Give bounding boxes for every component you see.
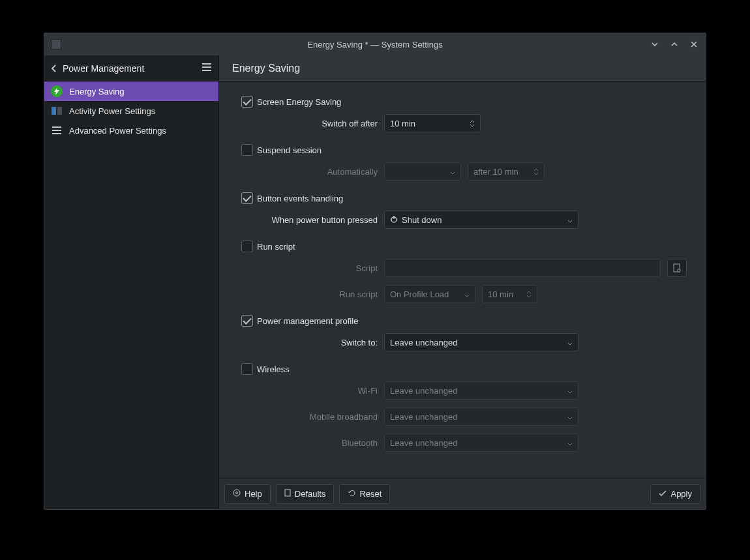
power-button-action-combo[interactable]: Shut down [384, 211, 578, 229]
sidebar-item-label: Activity Power Settings [69, 106, 155, 116]
svg-point-14 [678, 269, 680, 272]
minimize-button[interactable] [650, 39, 660, 50]
suspend-session-label: Suspend session [257, 145, 322, 155]
run-script-label: Run script [257, 242, 295, 252]
window-title: Energy Saving * — System Settings [44, 40, 706, 50]
suspend-after-spinner: after 10 min [468, 162, 545, 181]
sidebar-item-energy-saving[interactable]: Energy Saving [44, 81, 218, 101]
run-script-trigger-label: Run script [237, 289, 384, 299]
wireless-checkbox[interactable] [241, 363, 253, 375]
svg-point-15 [233, 490, 240, 496]
undo-icon [348, 489, 355, 499]
svg-marker-5 [54, 87, 59, 95]
titlebar: Energy Saving * — System Settings [44, 33, 706, 55]
sidebar-item-activity-power[interactable]: Activity Power Settings [44, 101, 218, 121]
chevron-down-icon [567, 386, 573, 396]
back-button[interactable] [51, 64, 57, 73]
sidebar-item-label: Advanced Power Settings [69, 126, 166, 136]
wifi-label: Wi-Fi [237, 386, 384, 396]
chevron-down-icon [567, 338, 573, 347]
settings-window: Energy Saving * — System Settings Power … [44, 33, 706, 510]
apply-button[interactable]: Apply [650, 484, 700, 504]
chevron-down-icon [450, 167, 455, 177]
spinner-arrows-icon [470, 120, 475, 127]
advanced-icon [51, 125, 63, 136]
sidebar-header: Power Management [44, 55, 218, 81]
script-path-input [384, 259, 661, 277]
power-icon [390, 215, 398, 225]
help-button[interactable]: Help [224, 484, 271, 504]
activity-icon [51, 105, 63, 117]
chevron-down-icon [567, 412, 573, 422]
sidebar-item-advanced-power[interactable]: Advanced Power Settings [44, 121, 218, 140]
panel-content: Screen Energy Saving Switch off after 10… [219, 81, 706, 478]
chevron-down-icon [567, 215, 573, 225]
switch-to-combo[interactable]: Leave unchanged [384, 333, 578, 351]
wireless-label: Wireless [257, 364, 290, 374]
page-title: Energy Saving [232, 63, 300, 74]
check-icon [659, 489, 667, 499]
browse-script-button [667, 259, 687, 277]
hamburger-menu-button[interactable] [202, 63, 212, 74]
help-icon [233, 489, 241, 499]
svg-rect-6 [52, 107, 56, 115]
maximize-button[interactable] [669, 39, 680, 50]
pm-profile-label: Power management profile [257, 316, 358, 326]
panel-header: Energy Saving [219, 55, 706, 81]
chevron-down-icon [464, 289, 470, 299]
main-panel: Energy Saving Screen Energy Saving Switc… [219, 55, 706, 509]
suspend-session-checkbox[interactable] [241, 144, 253, 156]
footer: Help Defaults Reset Apply [219, 478, 706, 509]
spinner-arrows-icon [526, 291, 532, 298]
bluetooth-combo: Leave unchanged [384, 434, 578, 452]
screen-energy-checkbox[interactable] [241, 96, 253, 108]
defaults-button[interactable]: Defaults [276, 484, 335, 504]
sidebar: Power Management Energy Saving Activity … [44, 55, 219, 509]
document-icon [284, 489, 291, 499]
when-power-button-label: When power button pressed [237, 215, 384, 225]
chevron-down-icon [567, 438, 573, 448]
suspend-action-combo [384, 162, 461, 181]
reset-button[interactable]: Reset [339, 484, 390, 504]
pm-profile-checkbox[interactable] [241, 315, 253, 327]
switch-off-after-label: Switch off after [237, 119, 384, 128]
svg-point-16 [236, 492, 238, 494]
script-label: Script [237, 263, 384, 273]
breadcrumb[interactable]: Power Management [63, 63, 144, 74]
sidebar-item-label: Energy Saving [69, 87, 125, 96]
spinner-arrows-icon [533, 168, 539, 175]
automatically-label: Automatically [237, 167, 384, 177]
button-events-label: Button events handling [257, 194, 343, 203]
run-script-trigger-combo: On Profile Load [384, 285, 475, 303]
svg-rect-17 [285, 490, 290, 496]
svg-rect-7 [57, 107, 62, 115]
mobile-broadband-label: Mobile broadband [237, 412, 384, 422]
screen-energy-label: Screen Energy Saving [257, 97, 341, 107]
button-events-checkbox[interactable] [241, 192, 253, 204]
close-button[interactable] [689, 39, 699, 50]
run-script-delay-spinner: 10 min [482, 285, 537, 303]
wifi-combo: Leave unchanged [384, 381, 578, 400]
mobile-broadband-combo: Leave unchanged [384, 407, 578, 426]
energy-icon [51, 85, 63, 97]
switch-to-label: Switch to: [237, 338, 384, 347]
run-script-checkbox[interactable] [241, 241, 253, 252]
switch-off-after-spinner[interactable]: 10 min [384, 114, 481, 132]
bluetooth-label: Bluetooth [237, 438, 384, 448]
app-icon [51, 39, 61, 50]
